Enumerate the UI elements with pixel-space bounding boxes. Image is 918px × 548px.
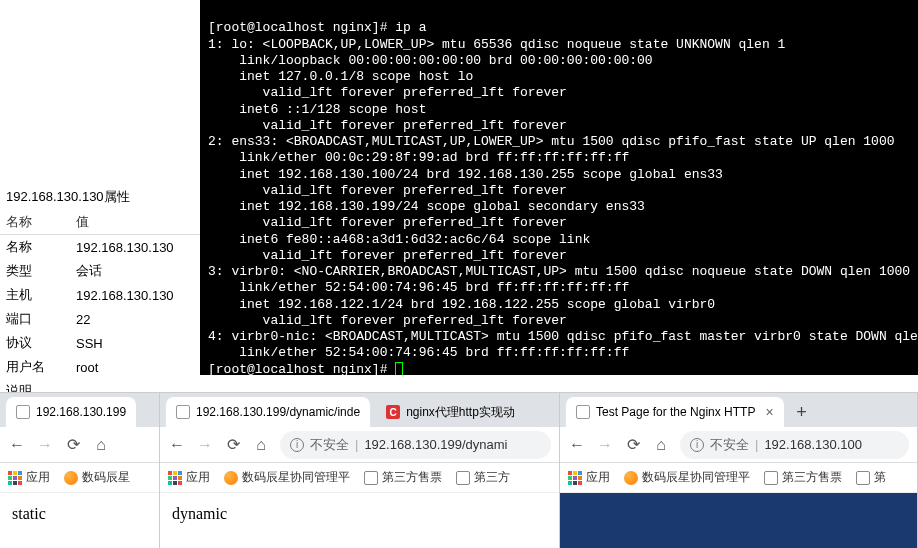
toolbar: ← → ⟳ ⌂ (0, 427, 159, 463)
tab-title: 192.168.130.199/dynamic/inde (196, 405, 360, 419)
apps-icon (568, 471, 582, 485)
tab-title: 192.168.130.199 (36, 405, 126, 419)
page-icon (764, 471, 778, 485)
terminal-output: 1: lo: <LOOPBACK,UP,LOWER_UP> mtu 65536 … (208, 37, 918, 361)
table-row: 用户名root (0, 355, 200, 379)
bookmark-item[interactable]: 第三方售票 (764, 469, 842, 486)
apps-button[interactable]: 应用 (568, 469, 610, 486)
page-content: dynamic (160, 493, 559, 548)
page-icon (456, 471, 470, 485)
table-row: 协议SSH (0, 331, 200, 355)
orange-icon (624, 471, 638, 485)
terminal-window[interactable]: [root@localhost nginx]# ip a 1: lo: <LOO… (200, 0, 918, 375)
page-content: static (0, 493, 159, 548)
url-text: 192.168.130.199/dynami (364, 437, 507, 452)
separator: | (355, 437, 358, 452)
back-button[interactable]: ← (8, 436, 26, 454)
table-row: 名称192.168.130.130 (0, 235, 200, 260)
address-bar[interactable]: i 不安全 | 192.168.130.100 (680, 431, 909, 459)
table-row: 主机192.168.130.130 (0, 283, 200, 307)
table-row: 类型会话 (0, 259, 200, 283)
browser-window-2: 192.168.130.199/dynamic/inde C nginx代理ht… (160, 392, 560, 548)
favicon-blank-icon (16, 405, 30, 419)
bookmark-item[interactable]: 第 (856, 469, 886, 486)
toolbar: ← → ⟳ ⌂ i 不安全 | 192.168.130.199/dynami (160, 427, 559, 463)
info-icon: i (690, 438, 704, 452)
bookmark-item[interactable]: 数码辰星协同管理平 (624, 469, 750, 486)
tab-title: Test Page for the Nginx HTTP (596, 405, 755, 419)
browser-tab[interactable]: Test Page for the Nginx HTTP × (566, 397, 784, 427)
favicon-red-icon: C (386, 405, 400, 419)
bookmarks-bar: 应用 数码辰星协同管理平 第三方售票 第三方 (160, 463, 559, 493)
browser-window-3: Test Page for the Nginx HTTP × + ← → ⟳ ⌂… (560, 392, 918, 548)
properties-title: 192.168.130.130属性 (0, 184, 200, 210)
properties-panel: 192.168.130.130属性 名称 值 名称192.168.130.130… (0, 184, 200, 403)
address-bar[interactable]: i 不安全 | 192.168.130.199/dynami (280, 431, 551, 459)
bookmark-item[interactable]: 第三方 (456, 469, 510, 486)
apps-button[interactable]: 应用 (8, 469, 50, 486)
info-icon: i (290, 438, 304, 452)
tab-bar: 192.168.130.199/dynamic/inde C nginx代理ht… (160, 393, 559, 427)
reload-button[interactable]: ⟳ (624, 435, 642, 454)
tab-title: nginx代理http实现动 (406, 404, 515, 421)
page-content (560, 493, 917, 548)
properties-table: 名称 值 名称192.168.130.130 类型会话 主机192.168.13… (0, 210, 200, 403)
col-name: 名称 (0, 210, 70, 235)
browser-tab[interactable]: 192.168.130.199 (6, 397, 136, 427)
forward-button[interactable]: → (196, 436, 214, 454)
browser-tab-inactive[interactable]: C nginx代理http实现动 (376, 397, 525, 427)
orange-icon (224, 471, 238, 485)
home-button[interactable]: ⌂ (652, 436, 670, 454)
reload-button[interactable]: ⟳ (224, 435, 242, 454)
home-button[interactable]: ⌂ (252, 436, 270, 454)
table-row: 端口22 (0, 307, 200, 331)
insecure-label: 不安全 (310, 436, 349, 454)
close-tab-icon[interactable]: × (765, 404, 773, 420)
tab-bar: Test Page for the Nginx HTTP × + (560, 393, 917, 427)
browser-tab[interactable]: 192.168.130.199/dynamic/inde (166, 397, 370, 427)
home-button[interactable]: ⌂ (92, 436, 110, 454)
toolbar: ← → ⟳ ⌂ i 不安全 | 192.168.130.100 (560, 427, 917, 463)
bookmark-item[interactable]: 数码辰星协同管理平 (224, 469, 350, 486)
separator: | (755, 437, 758, 452)
reload-button[interactable]: ⟳ (64, 435, 82, 454)
insecure-label: 不安全 (710, 436, 749, 454)
page-icon (856, 471, 870, 485)
bookmark-item[interactable]: 数码辰星 (64, 469, 130, 486)
terminal-prompt: [root@localhost nginx]# ip a (208, 20, 426, 35)
terminal-cursor (395, 362, 403, 375)
apps-icon (168, 471, 182, 485)
forward-button[interactable]: → (596, 436, 614, 454)
browser-window-1: 192.168.130.199 ← → ⟳ ⌂ 应用 数码辰星 static (0, 392, 160, 548)
tab-bar: 192.168.130.199 (0, 393, 159, 427)
back-button[interactable]: ← (168, 436, 186, 454)
favicon-blank-icon (576, 405, 590, 419)
apps-button[interactable]: 应用 (168, 469, 210, 486)
apps-icon (8, 471, 22, 485)
orange-icon (64, 471, 78, 485)
back-button[interactable]: ← (568, 436, 586, 454)
bookmark-item[interactable]: 第三方售票 (364, 469, 442, 486)
terminal-prompt: [root@localhost nginx]# (208, 362, 395, 376)
bookmarks-bar: 应用 数码辰星 (0, 463, 159, 493)
bookmarks-bar: 应用 数码辰星协同管理平 第三方售票 第 (560, 463, 917, 493)
page-icon (364, 471, 378, 485)
col-value: 值 (70, 210, 200, 235)
new-tab-button[interactable]: + (790, 400, 814, 424)
favicon-blank-icon (176, 405, 190, 419)
url-text: 192.168.130.100 (764, 437, 862, 452)
forward-button[interactable]: → (36, 436, 54, 454)
